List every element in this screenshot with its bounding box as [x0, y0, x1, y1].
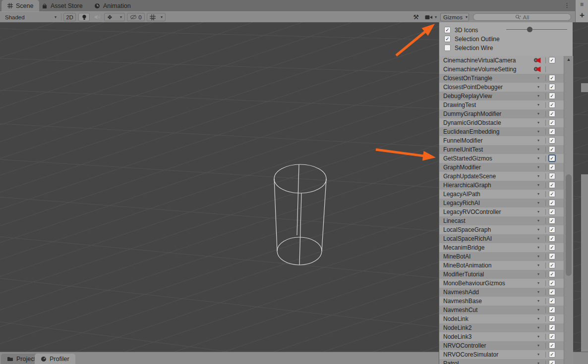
gizmo-checkbox[interactable]: ✓: [549, 137, 555, 144]
gizmo-script-row[interactable]: NRVOController ▾ ✓: [439, 341, 564, 350]
gizmo-chevron-icon[interactable]: ▾: [534, 163, 542, 172]
audio-toggle-button[interactable]: [92, 13, 103, 21]
gizmo-checkbox[interactable]: ✓: [549, 235, 555, 242]
gizmo-chevron-icon[interactable]: ▾: [534, 118, 542, 127]
gizmo-script-row[interactable]: DummyGraphModifier ▾ ✓: [439, 109, 564, 118]
gizmo-checkbox[interactable]: ✓: [549, 280, 555, 286]
gizmo-checkbox[interactable]: ✓: [549, 146, 555, 153]
gizmo-checkbox[interactable]: ✓: [549, 110, 555, 117]
gizmo-chevron-icon[interactable]: ▾: [534, 323, 542, 332]
gizmo-chevron-icon[interactable]: ▾: [534, 127, 542, 136]
gizmo-chevron-icon[interactable]: ▾: [534, 243, 542, 252]
gizmo-checkbox[interactable]: ✓: [549, 93, 555, 99]
gizmo-script-row[interactable]: GetStartedGizmos ▾ ✓: [439, 154, 564, 163]
camera-settings-dropdown[interactable]: ▾: [422, 13, 439, 21]
gizmo-chevron-icon[interactable]: ▾: [534, 297, 542, 306]
gizmo-chevron-icon[interactable]: ▾: [534, 208, 542, 216]
scrollbar-track[interactable]: ▲: [564, 56, 573, 364]
gizmo-checkbox[interactable]: ✓: [549, 200, 555, 206]
gizmo-chevron-icon[interactable]: ▾: [534, 190, 542, 199]
shading-mode-dropdown[interactable]: Shaded ▾: [2, 13, 59, 21]
gizmos-dropdown-button[interactable]: Gizmos ▾: [440, 13, 469, 21]
selection-outline-checkbox[interactable]: ✓: [444, 36, 451, 42]
gizmo-chevron-icon[interactable]: ▾: [534, 225, 542, 234]
gizmo-chevron-icon[interactable]: ▾: [534, 199, 542, 208]
tab-animation[interactable]: Animation: [88, 0, 137, 11]
gizmo-checkbox[interactable]: ✓: [549, 360, 555, 364]
gizmo-checkbox[interactable]: ✓: [549, 208, 555, 215]
selection-wire-checkbox[interactable]: [444, 45, 451, 51]
gizmo-script-row[interactable]: LocalSpaceGraph ▾ ✓: [439, 225, 564, 234]
gizmo-script-row[interactable]: NodeLink2 ▾ ✓: [439, 323, 564, 332]
gizmo-checkbox[interactable]: ✓: [549, 102, 555, 108]
gizmo-checkbox[interactable]: ✓: [549, 164, 555, 170]
gizmo-checkbox[interactable]: ✓: [549, 191, 555, 197]
gizmo-checkbox[interactable]: ✓: [549, 57, 555, 63]
gizmo-checkbox[interactable]: ✓: [549, 351, 555, 358]
tools-button[interactable]: ⚒: [411, 13, 421, 21]
gizmo-chevron-icon[interactable]: ▾: [534, 172, 542, 181]
icon-size-slider[interactable]: [506, 29, 567, 30]
more-options-icon[interactable]: ⋮: [564, 1, 570, 9]
gizmo-checkbox[interactable]: ✓: [549, 307, 555, 313]
gizmo-chevron-icon[interactable]: ▾: [534, 154, 542, 163]
gizmo-chevron-icon[interactable]: ▾: [534, 314, 542, 323]
gizmo-script-row[interactable]: MecanimBridge ▾ ✓: [439, 243, 564, 252]
gizmo-checkbox[interactable]: ✓: [549, 84, 555, 90]
gizmo-checkbox[interactable]: ✓: [549, 333, 555, 340]
gizmo-script-row[interactable]: DynamicGridObstacle ▾ ✓: [439, 118, 564, 127]
gizmo-script-row[interactable]: ModifierTutorial ▾ ✓: [439, 270, 564, 279]
toggle-2d-button[interactable]: 2D: [63, 13, 76, 21]
gizmo-script-row[interactable]: Patrol ▾ ✓: [439, 359, 564, 364]
option-3d-icons[interactable]: ✓ 3D Icons: [444, 26, 478, 34]
gizmo-checkbox[interactable]: ✓: [549, 271, 555, 277]
gizmo-script-row[interactable]: GraphUpdateScene ▾ ✓: [439, 172, 564, 181]
option-selection-wire[interactable]: Selection Wire: [444, 44, 493, 52]
gizmo-chevron-icon[interactable]: ▾: [534, 234, 542, 243]
gizmo-script-row[interactable]: LegacyRVOController ▾ ✓: [439, 208, 564, 216]
gizmo-script-row[interactable]: MineBotAnimation ▾ ✓: [439, 261, 564, 270]
gizmo-script-row[interactable]: MineBotAI ▾ ✓: [439, 252, 564, 261]
gizmo-chevron-icon[interactable]: ▾: [534, 279, 542, 288]
gizmo-checkbox[interactable]: ✓: [549, 324, 555, 331]
gizmo-chevron-icon[interactable]: ▾: [534, 74, 542, 83]
gizmo-chevron-icon[interactable]: ▾: [534, 306, 542, 314]
gizmo-checkbox[interactable]: ✓: [549, 315, 555, 322]
gizmo-script-row[interactable]: ClosestOnTriangle ▾ ✓: [439, 74, 564, 83]
lighting-toggle-button[interactable]: [78, 13, 90, 21]
gizmo-chevron-icon[interactable]: ▾: [534, 332, 542, 341]
gizmo-chevron-icon[interactable]: ▾: [534, 136, 542, 145]
gizmo-checkbox[interactable]: ✓: [549, 289, 555, 295]
grid-visibility-dropdown[interactable]: ▾: [147, 13, 166, 21]
gizmo-script-row[interactable]: LegacyAIPath ▾ ✓: [439, 190, 564, 199]
gizmo-script-row[interactable]: NRVOCoreSimulator ▾ ✓: [439, 350, 564, 359]
gizmo-script-row[interactable]: FunnelModifier ▾ ✓: [439, 136, 564, 145]
gizmo-script-row[interactable]: NavmeshAdd ▾ ✓: [439, 288, 564, 297]
right-panel-scrollbar[interactable]: [581, 174, 588, 352]
gizmo-script-row[interactable]: CinemachineVirtualCamera ✓: [439, 56, 564, 65]
gizmo-script-row[interactable]: HierarchicalGraph ▾ ✓: [439, 181, 564, 190]
gizmo-chevron-icon[interactable]: ▾: [534, 261, 542, 270]
gizmo-checkbox[interactable]: ✓: [549, 128, 555, 135]
gizmo-script-row[interactable]: CinemachineVolumeSetting: [439, 65, 564, 74]
gizmo-chevron-icon[interactable]: ▾: [534, 216, 542, 225]
gizmo-chevron-icon[interactable]: ▾: [534, 83, 542, 92]
gizmo-checkbox[interactable]: ✓: [549, 155, 555, 161]
3d-icons-checkbox[interactable]: ✓: [444, 27, 451, 33]
hidden-objects-button[interactable]: 0: [127, 13, 145, 21]
gizmo-script-row[interactable]: ClosestPointDebugger ▾ ✓: [439, 83, 564, 92]
gizmo-script-row[interactable]: DebugReplayView ▾ ✓: [439, 92, 564, 101]
gizmo-checkbox[interactable]: ✓: [549, 173, 555, 179]
gizmo-script-row[interactable]: LocalSpaceRichAI ▾ ✓: [439, 234, 564, 243]
gizmo-chevron-icon[interactable]: ▾: [534, 181, 542, 190]
gizmo-script-row[interactable]: NavmeshCut ▾ ✓: [439, 306, 564, 314]
tab-scene[interactable]: Scene: [1, 0, 39, 11]
tab-asset-store[interactable]: Asset Store: [36, 0, 89, 11]
tab-profiler[interactable]: Profiler: [35, 354, 75, 364]
effects-dropdown-button[interactable]: ❖ ▾: [104, 13, 125, 21]
gizmo-chevron-icon[interactable]: ▾: [534, 252, 542, 261]
gizmo-chevron-icon[interactable]: ▾: [534, 109, 542, 118]
gizmo-chevron-icon[interactable]: ▾: [534, 92, 542, 101]
gizmo-script-row[interactable]: NavmeshBase ▾ ✓: [439, 297, 564, 306]
add-button[interactable]: +: [580, 10, 585, 20]
